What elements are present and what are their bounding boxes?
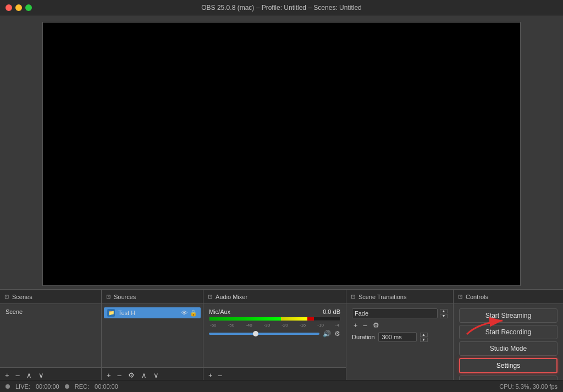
studio-mode-button[interactable]: Studio Mode	[459, 341, 558, 356]
cpu-status: CPU: 5.3%, 30.00 fps	[499, 383, 558, 390]
meter-label-4: -4	[335, 323, 339, 328]
live-time: 00:00:00	[36, 383, 59, 390]
rec-label: REC:	[75, 383, 89, 390]
scenes-panel-icon: ⊡	[4, 294, 9, 300]
meter-labels: -60 -50 -40 -30 -20 -16 -10 -4	[209, 323, 340, 328]
scenes-remove-button[interactable]: –	[14, 372, 21, 379]
transition-spinner: ▲ ▼	[440, 309, 448, 318]
duration-label: Duration	[352, 334, 375, 340]
transition-spin-down[interactable]: ▼	[440, 314, 448, 318]
scenes-down-button[interactable]: ∨	[37, 372, 46, 379]
audio-mixer-header: ⊡ Audio Mixer	[203, 290, 346, 304]
controls-title: Controls	[466, 294, 488, 300]
sources-add-button[interactable]: +	[105, 372, 113, 379]
rec-time: 00:00:00	[95, 383, 118, 390]
status-bar: LIVE: 00:00:00 REC: 00:00:00 CPU: 5.3%, …	[0, 380, 563, 392]
sources-settings-button[interactable]: ⚙	[126, 372, 136, 379]
meter-label-30: -30	[264, 323, 271, 328]
controls-header: ⊡ Controls	[454, 290, 563, 304]
meter-label-20: -20	[282, 323, 288, 328]
sources-panel-icon: ⊡	[106, 294, 111, 300]
audio-mixer-panel: ⊡ Audio Mixer Mic/Aux 0.0 dB	[203, 290, 346, 383]
audio-mixer-title: Audio Mixer	[216, 294, 247, 300]
sources-content: 📁 Test H 👁 🔒	[102, 304, 203, 367]
audio-remove-button[interactable]: –	[217, 372, 224, 379]
preview-canvas	[42, 22, 521, 286]
meter-green	[209, 317, 281, 321]
meter-label-16: -16	[300, 323, 306, 328]
audio-add-button[interactable]: +	[207, 372, 214, 379]
meter-label-50: -50	[228, 323, 235, 328]
live-label: LIVE:	[15, 383, 30, 390]
transition-settings-button[interactable]: ⚙	[371, 322, 381, 329]
close-button[interactable]	[5, 4, 12, 11]
duration-row: Duration ▲ ▼	[349, 330, 451, 344]
transitions-footer-btns: + – ⚙	[349, 321, 451, 330]
meter-label-40: -40	[246, 323, 252, 328]
scene-transitions-icon: ⊡	[351, 294, 355, 300]
title-bar: OBS 25.0.8 (mac) – Profile: Untitled – S…	[0, 0, 563, 15]
scenes-up-button[interactable]: ∧	[25, 372, 34, 379]
source-type-icon: 📁	[107, 309, 115, 317]
rec-indicator	[65, 384, 69, 389]
scene-transitions-title: Scene Transitions	[358, 294, 406, 300]
meter-dark	[314, 317, 340, 321]
audio-track-name: Mic/Aux	[209, 308, 230, 315]
audio-track-header: Mic/Aux 0.0 dB	[209, 308, 340, 315]
meter-label-60: -60	[210, 323, 217, 328]
sources-remove-button[interactable]: –	[116, 372, 123, 379]
controls-panel: ⊡ Controls Start Streaming Start Recordi…	[454, 290, 563, 383]
scene-transitions-panel: ⊡ Scene Transitions Fade ▲ ▼ + – ⚙ Durat…	[346, 290, 454, 383]
source-item-label: Test H	[118, 310, 135, 316]
sources-up-button[interactable]: ∧	[140, 372, 148, 379]
meter-red	[307, 317, 314, 321]
live-indicator	[5, 384, 10, 389]
scene-item[interactable]: Scene	[2, 306, 99, 317]
transition-select-row: Fade ▲ ▼	[349, 306, 451, 321]
minimize-button[interactable]	[15, 4, 22, 11]
audio-controls-row: 🔊 ⚙	[209, 330, 340, 338]
traffic-lights	[5, 4, 32, 11]
transition-remove-button[interactable]: –	[362, 322, 369, 329]
audio-track-db: 0.0 dB	[323, 308, 340, 315]
transition-add-button[interactable]: +	[352, 322, 360, 329]
audio-settings-icon[interactable]: ⚙	[334, 330, 340, 338]
scenes-panel: ⊡ Scenes Scene + – ∧ ∨	[0, 290, 102, 383]
scenes-add-button[interactable]: +	[3, 372, 11, 379]
settings-button[interactable]: Settings	[459, 358, 558, 373]
scenes-content: Scene	[0, 304, 101, 367]
sources-panel-title: Sources	[114, 294, 136, 300]
sources-header: ⊡ Sources	[102, 290, 203, 304]
start-recording-button[interactable]: Start Recording	[459, 325, 558, 339]
scene-transitions-header: ⊡ Scene Transitions	[346, 290, 453, 304]
audio-mixer-icon: ⊡	[208, 294, 212, 300]
duration-spin-down[interactable]: ▼	[420, 338, 428, 342]
meter-segments	[209, 317, 340, 321]
scenes-header: ⊡ Scenes	[0, 290, 101, 304]
meter-yellow	[281, 317, 307, 321]
source-lock-icon[interactable]: 🔒	[190, 310, 197, 317]
maximize-button[interactable]	[25, 4, 32, 11]
mute-icon[interactable]: 🔊	[323, 330, 331, 338]
source-item[interactable]: 📁 Test H 👁 🔒	[104, 307, 201, 318]
audio-volume-slider[interactable]	[209, 333, 319, 335]
transition-spin-up[interactable]: ▲	[440, 309, 448, 313]
sources-panel: ⊡ Sources 📁 Test H 👁 🔒 + – ⚙ ∧ ∨	[102, 290, 203, 383]
start-streaming-button[interactable]: Start Streaming	[459, 308, 558, 323]
bottom-panels: ⊡ Scenes Scene + – ∧ ∨ ⊡ Sources 📁 Test …	[0, 289, 563, 383]
audio-mixer-content: Mic/Aux 0.0 dB -60 -50 -40 -30	[203, 304, 346, 367]
controls-content: Start Streaming Start Recording Studio M…	[454, 304, 563, 383]
sources-down-button[interactable]: ∨	[152, 372, 161, 379]
source-visibility-icon[interactable]: 👁	[181, 310, 187, 317]
scenes-panel-title: Scenes	[12, 294, 32, 300]
duration-spin-up[interactable]: ▲	[420, 333, 428, 337]
audio-track: Mic/Aux 0.0 dB -60 -50 -40 -30	[206, 306, 344, 340]
duration-input[interactable]	[378, 332, 417, 342]
window-title: OBS 25.0.8 (mac) – Profile: Untitled – S…	[201, 4, 361, 12]
source-controls: 👁 🔒	[181, 310, 197, 317]
audio-slider-thumb	[253, 331, 258, 336]
audio-meter	[209, 317, 340, 321]
transition-select[interactable]: Fade	[352, 308, 438, 318]
controls-icon: ⊡	[458, 294, 462, 300]
duration-spinner: ▲ ▼	[420, 333, 428, 342]
